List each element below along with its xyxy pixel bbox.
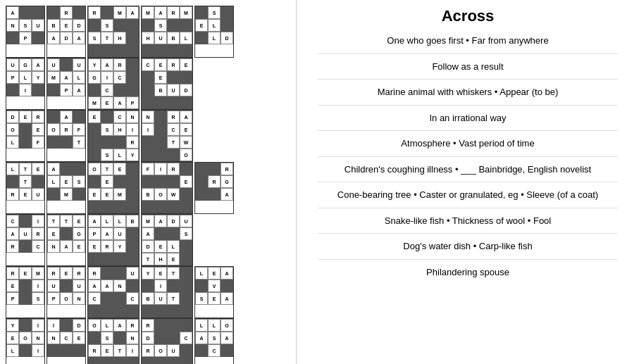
cell: S <box>154 19 167 32</box>
cell: I <box>142 123 154 136</box>
grid-row-5: C I A U R R C T T E E G N A E A L L B <box>6 214 290 266</box>
grid-row-1: A N S U P R B E D A D A R M A <box>6 6 290 58</box>
cell: E <box>154 267 167 280</box>
cell <box>126 58 139 71</box>
cell <box>126 84 139 96</box>
cell <box>180 163 192 175</box>
cell: I <box>154 280 167 292</box>
cell <box>47 111 60 123</box>
cell: W <box>167 188 180 201</box>
cell <box>101 267 113 280</box>
cell <box>221 6 233 19</box>
cell: B <box>126 215 139 227</box>
cell: G <box>73 227 85 240</box>
cell: S <box>73 175 85 188</box>
cell: A <box>60 71 73 84</box>
cell: N <box>126 111 139 123</box>
cell: S <box>101 332 113 344</box>
cell <box>6 84 19 96</box>
cell: R <box>167 6 180 19</box>
cell <box>101 292 113 305</box>
crossword-section: A N S U P R B E D A D A R M A <box>0 0 296 364</box>
cell: T <box>73 136 85 149</box>
cell <box>60 344 73 357</box>
cell: A <box>142 227 154 240</box>
cell: D <box>221 32 233 44</box>
cell <box>101 253 113 265</box>
cell: C <box>167 123 180 136</box>
cell: L <box>6 163 19 175</box>
cell <box>60 227 73 240</box>
cell: I <box>47 319 60 332</box>
cell: H <box>142 32 154 44</box>
mini-grid-1-3: R M A S S T H <box>87 6 139 58</box>
cell <box>101 136 113 149</box>
cell: R <box>167 111 180 123</box>
cell: L <box>195 267 208 280</box>
cell: A <box>101 227 113 240</box>
clue-item-7: Cone-bearing tree • Caster or granulated… <box>318 188 618 208</box>
cell <box>60 58 73 71</box>
cell: P <box>19 32 32 44</box>
cell <box>154 149 167 161</box>
cell: L <box>101 215 113 227</box>
cell: D <box>6 111 19 123</box>
cell <box>195 188 208 201</box>
clue-item-2: Follow as a result <box>318 60 618 80</box>
clues-section: Across One who goes first • Far from any… <box>296 0 639 364</box>
clue-item-3: Marine animal with whiskers • Appear (to… <box>318 85 618 106</box>
cell: L <box>195 319 208 332</box>
cell: M <box>142 215 154 227</box>
cell: T <box>142 253 154 265</box>
cell: E <box>73 215 85 227</box>
mini-grid-2-2: U U M A L P A <box>46 58 86 110</box>
cell: U <box>126 267 139 280</box>
cell <box>195 175 208 188</box>
cell: S <box>32 292 44 305</box>
cell: R <box>167 58 180 71</box>
cell: A <box>60 111 73 123</box>
cell <box>142 201 154 213</box>
cell: I <box>32 344 44 357</box>
cell: E <box>154 71 167 84</box>
cell: M <box>47 71 60 84</box>
cell <box>154 357 167 364</box>
mini-grid-2-4: C E R E E B U D <box>141 58 193 110</box>
cell <box>19 280 32 292</box>
cell: S <box>19 19 32 32</box>
cell: A <box>221 332 233 344</box>
cell <box>113 136 126 149</box>
mini-grid-7-1: Y I E O N L I <box>6 318 45 364</box>
mini-grid-2-1: U G A P L Y I <box>6 58 45 110</box>
cell: L <box>113 215 126 227</box>
cell: T <box>101 163 113 175</box>
cell <box>167 96 180 109</box>
cell <box>113 292 126 305</box>
cell <box>126 71 139 84</box>
cell: S <box>101 123 113 136</box>
grid-row-2: U G A P L Y I U U M A L P A Y A R <box>6 58 290 110</box>
cell <box>113 305 126 318</box>
cell <box>126 357 139 364</box>
mini-grid-6-1: R E M E I P S <box>6 266 45 318</box>
cell <box>208 188 221 201</box>
cell <box>88 84 101 96</box>
cell <box>195 344 208 357</box>
cell: L <box>180 32 192 44</box>
cell <box>126 163 139 175</box>
cell: U <box>32 19 44 32</box>
cell: E <box>208 267 221 280</box>
cell: C <box>6 215 19 227</box>
cell: W <box>180 136 192 149</box>
cell: R <box>167 163 180 175</box>
cell <box>73 111 85 123</box>
cell: C <box>142 58 154 71</box>
cell: A <box>6 6 19 19</box>
mini-grid-1-1: A N S U P <box>6 6 45 58</box>
mini-grid-1-4: M A R M S H U B L <box>141 6 193 58</box>
cell <box>167 201 180 213</box>
grid-row-3: D E R O E L F A O R F T E C N <box>6 110 290 162</box>
cell <box>180 96 192 109</box>
clue-item-1: One who goes first • Far from anywhere <box>318 34 618 54</box>
cell: T <box>19 175 32 188</box>
